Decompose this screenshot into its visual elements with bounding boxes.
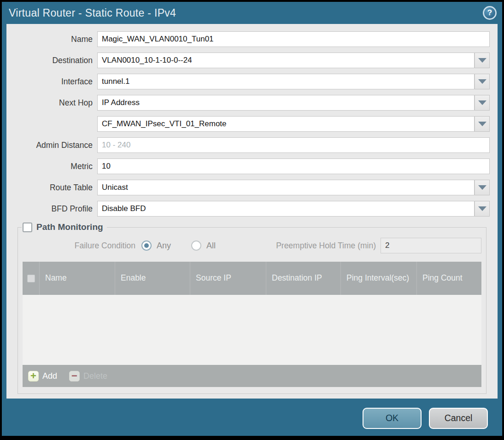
bfd-profile-input[interactable] bbox=[97, 201, 475, 217]
destination-label: Destination bbox=[14, 56, 97, 65]
next-hop-label: Next Hop bbox=[14, 98, 97, 108]
next-hop-type-dropdown-button[interactable] bbox=[475, 95, 490, 111]
route-table-dropdown-button[interactable] bbox=[475, 180, 490, 195]
ok-button[interactable]: OK bbox=[363, 408, 422, 429]
chevron-down-icon bbox=[478, 185, 486, 190]
route-table-row: Route Table bbox=[14, 180, 490, 195]
column-header-enable: Enable bbox=[115, 262, 190, 295]
admin-distance-row: Admin Distance bbox=[14, 137, 490, 153]
delete-button[interactable]: − Delete bbox=[69, 371, 107, 381]
chevron-down-icon bbox=[478, 122, 486, 126]
next-hop-address-row bbox=[14, 116, 490, 132]
path-monitoring-title: Path Monitoring bbox=[36, 222, 103, 232]
minus-icon: − bbox=[69, 371, 80, 381]
column-header-destination-ip: Destination IP bbox=[266, 262, 340, 295]
chevron-down-icon bbox=[478, 58, 486, 63]
dialog-footer: OK Cancel bbox=[2, 399, 502, 436]
column-header-ping-count: Ping Count bbox=[416, 262, 481, 295]
destination-input[interactable] bbox=[97, 53, 475, 68]
static-route-dialog: Virtual Router - Static Route - IPv4 ? N… bbox=[2, 2, 502, 436]
metric-row: Metric bbox=[14, 158, 490, 174]
admin-distance-label: Admin Distance bbox=[14, 141, 97, 150]
plus-icon: + bbox=[28, 371, 39, 381]
failure-condition-any-option[interactable]: Any bbox=[141, 241, 171, 251]
destination-row: Destination bbox=[14, 53, 490, 68]
next-hop-address-dropdown-button[interactable] bbox=[475, 116, 490, 132]
route-table-label: Route Table bbox=[14, 183, 97, 193]
help-icon[interactable]: ? bbox=[483, 6, 497, 20]
admin-distance-input[interactable] bbox=[97, 137, 490, 153]
bfd-profile-row: BFD Profile bbox=[14, 201, 490, 217]
dialog-title: Virtual Router - Static Route - IPv4 bbox=[9, 7, 176, 19]
failure-condition-all-option[interactable]: All bbox=[191, 241, 216, 251]
select-all-checkbox[interactable] bbox=[27, 275, 35, 282]
interface-label: Interface bbox=[14, 77, 97, 87]
bfd-profile-label: BFD Profile bbox=[14, 204, 97, 214]
radio-any[interactable] bbox=[141, 241, 152, 251]
dialog-titlebar: Virtual Router - Static Route - IPv4 ? bbox=[2, 2, 502, 24]
path-monitoring-section: Path Monitoring Failure Condition Any Al… bbox=[18, 222, 486, 394]
radio-all[interactable] bbox=[191, 241, 201, 251]
table-header-checkbox-cell bbox=[23, 262, 39, 295]
table-footer-bar: + Add − Delete bbox=[23, 365, 481, 387]
column-header-name: Name bbox=[39, 262, 115, 295]
next-hop-address-input[interactable] bbox=[97, 116, 475, 132]
interface-row: Interface bbox=[14, 74, 490, 89]
next-hop-type-input[interactable] bbox=[97, 95, 475, 111]
path-monitoring-table: Name Enable Source IP Destination IP Pin… bbox=[23, 262, 481, 387]
name-label: Name bbox=[14, 35, 97, 44]
table-header-row: Name Enable Source IP Destination IP Pin… bbox=[23, 262, 481, 295]
route-table-input[interactable] bbox=[97, 180, 475, 195]
add-button[interactable]: + Add bbox=[28, 371, 57, 381]
radio-any-label: Any bbox=[157, 241, 171, 251]
metric-input[interactable] bbox=[97, 158, 490, 174]
column-header-source-ip: Source IP bbox=[190, 262, 266, 295]
dialog-content: Name Destination Interface bbox=[6, 24, 498, 399]
name-input[interactable] bbox=[97, 31, 490, 47]
chevron-down-icon bbox=[478, 206, 486, 211]
next-hop-row: Next Hop bbox=[14, 95, 490, 111]
failure-condition-row: Failure Condition Any All Preemptive Hol… bbox=[23, 238, 481, 253]
interface-input[interactable] bbox=[97, 74, 475, 89]
bfd-profile-dropdown-button[interactable] bbox=[475, 201, 490, 217]
preemptive-hold-time-input[interactable] bbox=[381, 238, 481, 253]
cancel-button[interactable]: Cancel bbox=[429, 408, 488, 429]
chevron-down-icon bbox=[478, 79, 486, 84]
path-monitoring-checkbox[interactable] bbox=[23, 223, 32, 232]
interface-dropdown-button[interactable] bbox=[475, 74, 490, 89]
preemptive-hold-time-label: Preemptive Hold Time (min) bbox=[276, 241, 381, 251]
metric-label: Metric bbox=[14, 162, 97, 171]
radio-all-label: All bbox=[206, 241, 216, 251]
failure-condition-label: Failure Condition bbox=[23, 241, 141, 251]
table-body-empty bbox=[23, 295, 481, 365]
chevron-down-icon bbox=[478, 100, 486, 105]
name-row: Name bbox=[14, 31, 490, 47]
path-monitoring-legend: Path Monitoring bbox=[22, 222, 107, 232]
column-header-ping-interval: Ping Interval(sec) bbox=[340, 262, 416, 295]
destination-dropdown-button[interactable] bbox=[475, 53, 490, 68]
